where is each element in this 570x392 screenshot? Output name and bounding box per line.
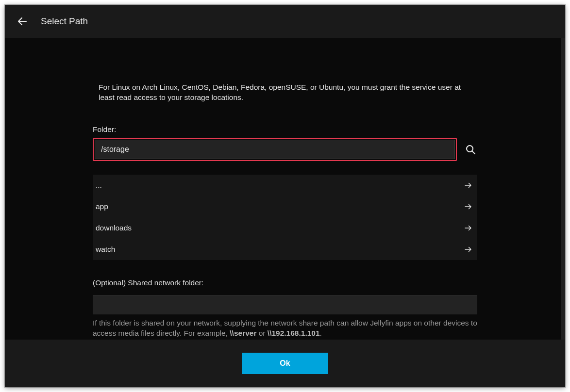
folder-path-input[interactable] [95, 140, 455, 159]
dialog-select-path: Select Path For Linux on Arch Linux, Cen… [5, 5, 565, 387]
network-folder-label: (Optional) Shared network folder: [93, 278, 477, 287]
arrow-right-icon [464, 181, 472, 190]
folder-input-row [93, 138, 477, 161]
search-icon [465, 144, 476, 155]
dialog-footer: Ok [5, 340, 565, 387]
ok-button[interactable]: Ok [242, 353, 328, 374]
instruction-text: For Linux on Arch Linux, CentOS, Debian,… [93, 82, 477, 103]
folder-item-label: downloads [96, 224, 132, 232]
folder-list-item[interactable]: downloads [93, 217, 477, 239]
folder-item-label: watch [96, 245, 116, 254]
help-example-1: \\server [230, 329, 256, 337]
folder-item-label: app [96, 202, 108, 211]
folder-input-highlight [93, 138, 457, 161]
network-help-text: If this folder is shared on your network… [93, 318, 477, 339]
dialog-body: For Linux on Arch Linux, CentOS, Debian,… [5, 38, 565, 340]
content-area: For Linux on Arch Linux, CentOS, Debian,… [93, 38, 477, 340]
svg-line-1 [472, 151, 475, 154]
folder-list: ... app downloads [93, 175, 477, 260]
back-button[interactable] [17, 16, 28, 27]
scrollbar[interactable] [561, 38, 565, 340]
help-suffix: . [320, 329, 322, 337]
folder-label: Folder: [93, 125, 477, 134]
help-or: or [256, 329, 267, 337]
arrow-right-icon [464, 224, 472, 232]
dialog-title: Select Path [41, 16, 88, 27]
folder-list-item[interactable]: app [93, 196, 477, 217]
folder-item-label: ... [96, 181, 102, 190]
arrow-right-icon [464, 202, 472, 211]
folder-list-item[interactable]: ... [93, 175, 477, 196]
search-button[interactable] [464, 143, 477, 156]
help-example-2: \\192.168.1.101 [268, 329, 320, 337]
dialog-header: Select Path [5, 5, 565, 38]
arrow-right-icon [464, 245, 472, 254]
folder-list-item[interactable]: watch [93, 239, 477, 260]
network-folder-input[interactable] [93, 295, 477, 314]
arrow-left-icon [17, 16, 28, 27]
